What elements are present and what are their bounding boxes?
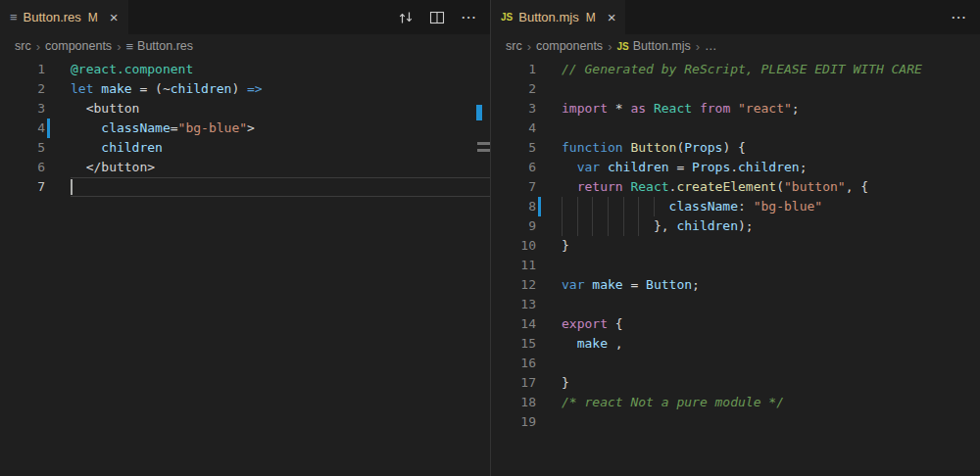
breadcrumb-item-file[interactable]: ≡ Button.res [125, 39, 193, 53]
more-actions-icon[interactable]: ⋯ [951, 10, 966, 25]
tab-bar-right: JS Button.mjs M × ⋯ [491, 0, 980, 34]
line-number[interactable]: 15 [491, 334, 536, 354]
code-text[interactable] [562, 354, 980, 373]
code-editor-left[interactable]: 1@react.component2let make = (~children)… [0, 58, 490, 476]
code-text[interactable]: /* react Not a pure module */ [562, 393, 980, 412]
code-text[interactable] [562, 412, 980, 432]
code-line[interactable]: 14export { [491, 314, 980, 334]
line-number[interactable]: 10 [491, 236, 536, 256]
code-text[interactable]: <button [71, 99, 490, 119]
code-text[interactable]: export { [562, 314, 980, 334]
line-number[interactable]: 6 [491, 158, 536, 177]
code-text[interactable]: } [562, 373, 980, 393]
code-line[interactable]: 9 }, children); [491, 216, 980, 236]
line-number[interactable]: 19 [491, 412, 536, 432]
close-icon[interactable]: × [110, 10, 119, 24]
line-number[interactable]: 16 [491, 354, 536, 373]
code-text[interactable]: }, children); [562, 216, 980, 236]
more-actions-icon[interactable]: ⋯ [461, 10, 476, 25]
line-number[interactable]: 2 [491, 79, 536, 99]
line-number[interactable]: 9 [491, 216, 536, 236]
code-text[interactable]: function Button(Props) { [562, 138, 980, 158]
line-number[interactable]: 12 [491, 275, 536, 295]
code-line[interactable]: 8 className: "bg-blue" [491, 197, 980, 216]
code-line[interactable]: 18/* react Not a pure module */ [491, 393, 980, 412]
code-editor-right[interactable]: 1// Generated by ReScript, PLEASE EDIT W… [491, 58, 980, 476]
code-text[interactable]: let make = (~children) => [71, 79, 490, 99]
breadcrumb-item-file[interactable]: JS Button.mjs [616, 39, 690, 53]
code-text[interactable] [71, 177, 490, 197]
code-text[interactable] [562, 295, 980, 314]
code-text[interactable]: className: "bg-blue" [562, 197, 980, 216]
compare-changes-icon[interactable] [398, 10, 414, 25]
code-line[interactable]: 2 [491, 79, 980, 99]
code-text[interactable]: } [562, 236, 980, 256]
code-line[interactable]: 12var make = Button; [491, 275, 980, 295]
code-line[interactable]: 4 className="bg-blue"> [0, 119, 490, 138]
code-text[interactable] [562, 79, 980, 99]
code-text[interactable]: make , [562, 334, 980, 354]
line-number[interactable]: 17 [491, 373, 536, 393]
code-line[interactable]: 5function Button(Props) { [491, 138, 980, 158]
code-line[interactable]: 1@react.component [0, 60, 490, 79]
code-line[interactable]: 15 make , [491, 334, 980, 354]
indent-guide [638, 216, 639, 236]
breadcrumb-item-src[interactable]: src [15, 39, 31, 53]
code-line[interactable]: 10} [491, 236, 980, 256]
breadcrumb-item-src[interactable]: src [506, 39, 522, 53]
code-text[interactable]: var children = Props.children; [562, 158, 980, 177]
breadcrumb-item-components[interactable]: components [536, 39, 603, 53]
code-line[interactable]: 13 [491, 295, 980, 314]
line-number[interactable]: 4 [0, 119, 45, 138]
line-number[interactable]: 13 [491, 295, 536, 314]
line-number[interactable]: 3 [0, 99, 45, 119]
code-text[interactable]: @react.component [71, 60, 490, 79]
tab-button-res[interactable]: ≡ Button.res M × [0, 0, 128, 34]
code-line[interactable]: 11 [491, 256, 980, 275]
line-number[interactable]: 1 [491, 60, 536, 79]
line-number[interactable]: 5 [491, 138, 536, 158]
line-number[interactable]: 8 [491, 197, 536, 216]
line-number[interactable]: 6 [0, 158, 45, 177]
line-number[interactable]: 7 [0, 177, 45, 197]
code-line[interactable]: 17} [491, 373, 980, 393]
line-number[interactable]: 7 [491, 177, 536, 197]
code-text[interactable] [562, 119, 980, 138]
line-number[interactable]: 1 [0, 60, 45, 79]
split-editor-icon[interactable] [429, 10, 445, 25]
code-line[interactable]: 2let make = (~children) => [0, 79, 490, 99]
code-line[interactable]: 7 return React.createElement("button", { [491, 177, 980, 197]
line-number[interactable]: 11 [491, 256, 536, 275]
tab-button-mjs[interactable]: JS Button.mjs M × [491, 0, 625, 34]
code-line[interactable]: 16 [491, 354, 980, 373]
line-number[interactable]: 2 [0, 79, 45, 99]
gutter [536, 236, 562, 256]
chevron-right-icon: › [608, 39, 612, 54]
breadcrumb-item-symbol[interactable]: … [705, 39, 717, 53]
close-icon[interactable]: × [608, 10, 616, 24]
code-text[interactable]: // Generated by ReScript, PLEASE EDIT WI… [562, 60, 980, 79]
code-line[interactable]: 4 [491, 119, 980, 138]
line-number[interactable]: 14 [491, 314, 536, 334]
code-text[interactable]: className="bg-blue"> [71, 119, 490, 138]
code-line[interactable]: 6 var children = Props.children; [491, 158, 980, 177]
code-line[interactable]: 5 children [0, 138, 490, 158]
code-line[interactable]: 1// Generated by ReScript, PLEASE EDIT W… [491, 60, 980, 79]
line-number[interactable]: 5 [0, 138, 45, 158]
code-text[interactable]: var make = Button; [562, 275, 980, 295]
line-number[interactable]: 18 [491, 393, 536, 412]
code-line[interactable]: 7 [0, 177, 490, 197]
code-line[interactable]: 6 </button> [0, 158, 490, 177]
code-text[interactable]: import * as React from "react"; [562, 99, 980, 119]
code-text[interactable] [562, 256, 980, 275]
tab-label: Button.mjs [518, 10, 578, 24]
code-text[interactable]: </button> [71, 158, 490, 177]
code-line[interactable]: 3import * as React from "react"; [491, 99, 980, 119]
breadcrumb-item-components[interactable]: components [45, 39, 112, 53]
line-number[interactable]: 4 [491, 119, 536, 138]
line-number[interactable]: 3 [491, 99, 536, 119]
code-text[interactable]: children [71, 138, 490, 158]
code-text[interactable]: return React.createElement("button", { [562, 177, 980, 197]
code-line[interactable]: 3 <button [0, 99, 490, 119]
code-line[interactable]: 19 [491, 412, 980, 432]
